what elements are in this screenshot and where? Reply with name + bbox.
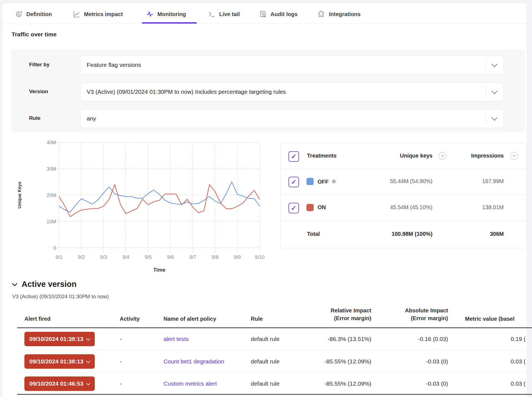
unique-keys-help-icon[interactable]: ? [439,152,446,160]
svg-text:9/2: 9/2 [78,254,85,260]
off-unique-keys: 55.44M (54.90%) [372,178,433,184]
alert-fired-header: Alert fired [24,316,50,322]
alert-fired-badge[interactable]: 09/10/2024 01:46:53 [24,376,95,391]
rule-cell: default rule [251,336,280,342]
absolute-impact-header: Absolute Impact(Error margin) [369,307,448,322]
alert-fired-badge[interactable]: 09/10/2024 01:38:13 [24,332,95,346]
version-value: V3 (Active) (09/01/2024 01:30PM to now) … [87,88,286,95]
tabbar-divider [2,24,527,24]
filter-row: Version V3 (Active) (09/01/2024 01:30PM … [11,82,525,101]
absolute-impact-cell: -0.16 (0.03) [369,336,448,342]
alert-policy-link[interactable]: alert tests [163,336,189,342]
alert-row: 09/10/2024 01:38:13 - Count bet1 degrada… [0,350,532,373]
select-all-checkbox[interactable]: ✓ [288,151,299,162]
svg-text:9/5: 9/5 [145,254,152,260]
activity-header: Activity [120,316,140,322]
relative-impact-cell: -86.3% (13.51%) [288,336,371,342]
monitoring-icon [146,10,154,18]
filter-by-label: Filter by [29,62,50,68]
version-select[interactable]: V3 (Active) (09/01/2024 01:30PM to now) … [80,82,503,101]
filter-row: Rule any [11,109,525,127]
chevron-down-icon [12,281,17,286]
filter-panel: Filter by Feature flag versions Version … [11,49,525,132]
alert-policy-link[interactable]: Custom metrics alert [163,380,217,387]
svg-text:Time: Time [153,267,165,273]
svg-text:9/9: 9/9 [234,254,241,260]
chevron-down-icon [86,359,91,363]
svg-text:9/10: 9/10 [255,254,264,260]
on-impressions: 138.01M [447,204,504,211]
svg-text:40M: 40M [47,140,56,145]
tab-label: Definition [26,11,52,17]
svg-text:9/6: 9/6 [167,254,174,260]
tab-live-tail[interactable]: Live tail [208,8,240,21]
total-unique-keys: 100.98M (100%) [372,231,433,237]
on-color-swatch [306,204,314,211]
relative-impact-header: Relative Impact(Error margin) [288,307,371,322]
svg-text:20M: 20M [47,193,56,198]
total-impressions: 306M [447,231,504,237]
tab-label: Metrics impact [84,11,123,17]
tab-monitoring[interactable]: Monitoring [146,8,186,21]
filter-by-select[interactable]: Feature flag versions [80,55,503,74]
select-divider [486,86,486,97]
chevron-down-icon [86,381,91,385]
alert-row: 09/10/2024 01:46:53 - Custom metrics ale… [0,373,532,395]
chevron-down-icon [492,88,497,94]
filter-by-value: Feature flag versions [87,62,141,68]
svg-text:0: 0 [53,245,56,251]
tab-label: Live tail [219,11,240,17]
svg-text:9/7: 9/7 [189,254,196,260]
on-checkbox[interactable]: ✓ [288,203,299,213]
treatment-name: ON [318,204,326,211]
tab-integrations[interactable]: Integrations [318,8,360,21]
rule-label: Rule [29,115,40,121]
active-version-title: Active version [22,280,76,289]
activity-cell: - [120,336,122,342]
metric-value-cell: 0.03 ( [511,380,526,387]
alert-row: 09/10/2024 01:38:13 - alert tests defaul… [0,328,532,350]
off-color-swatch [306,178,314,185]
page-title: Traffic over time [12,31,57,38]
total-label: Total [307,231,320,237]
treatment-row-on: ✓ ON 45.54M (45.10%) 138.01M [281,194,526,221]
treatments-panel: ✓ Treatments Unique keys ? Impressions ?… [280,143,526,248]
impressions-help-icon[interactable]: ? [510,152,518,160]
alert-policy-link[interactable]: Count bet1 degradation [163,358,224,365]
svg-text:9/8: 9/8 [212,254,219,260]
active-version-toggle[interactable]: Active version [13,280,76,289]
svg-text:9/4: 9/4 [122,254,129,260]
tab-audit-logs[interactable]: Audit logs [259,8,298,21]
audit-logs-icon [259,10,267,18]
absolute-impact-cell: -0.03 (0) [369,380,448,387]
rule-value: any [87,115,96,122]
treatment-name: OFF✳ [318,178,336,185]
active-version-subtitle: V3 (Active) (09/10/2024 01:30PM to now) [12,294,109,300]
alert-fired-badge[interactable]: 09/10/2024 01:38:13 [24,354,95,369]
metric-value-header: Metric value (basel [465,316,515,322]
tab-metrics-impact[interactable]: Metrics impact [73,8,123,21]
table-bottom-border [17,394,532,395]
metrics-impact-icon [73,10,80,18]
off-checkbox[interactable]: ✓ [288,177,299,187]
relative-impact-cell: -85.55% (12.09%) [288,380,371,387]
svg-text:9/1: 9/1 [55,254,62,260]
tab-label: Audit logs [270,11,298,17]
traffic-line-chart: 010M20M30M40M9/19/29/39/49/59/69/79/89/9… [17,140,266,277]
svg-text:10M: 10M [47,219,56,224]
monitoring-page: Definition Metrics impact Monitoring Liv… [0,0,532,397]
rule-select[interactable]: any [80,109,503,128]
tab-definition[interactable]: Definition [15,8,52,21]
treatments-column-header: Treatments [307,153,337,159]
rule-header: Rule [251,316,263,322]
treatment-row-off: ✓ OFF✳ 55.44M (54.90%) 167.99M [281,169,526,194]
integrations-icon [318,10,325,18]
filter-row: Filter by Feature flag versions [11,55,525,74]
frozen-icon: ✳ [331,178,336,185]
treatments-header-row: ✓ Treatments Unique keys ? Impressions ? [281,143,526,169]
svg-text:Unique Keys: Unique Keys [17,181,22,208]
definition-icon [15,10,23,18]
rule-cell: default rule [251,380,280,387]
unique-keys-column-header: Unique keys [372,153,433,159]
live-tail-icon [208,10,216,18]
